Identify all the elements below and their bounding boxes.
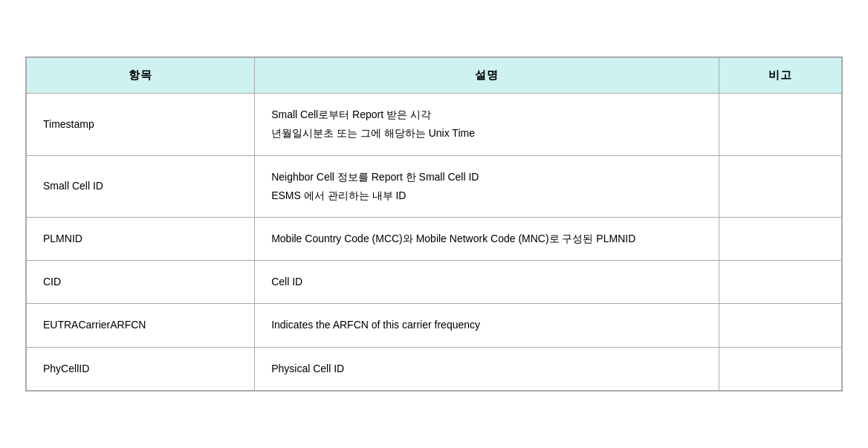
item-cell: EUTRACarrierARFCN <box>27 304 255 347</box>
note-cell <box>719 347 842 390</box>
data-table: 항목 설명 비고 TimestampSmall Cell로부터 Report 받… <box>25 56 843 392</box>
item-cell: Timestamp <box>27 94 255 155</box>
header-description: 설명 <box>255 58 719 94</box>
header-item: 항목 <box>27 58 255 94</box>
note-cell <box>719 218 842 261</box>
table-row: EUTRACarrierARFCNIndicates the ARFCN of … <box>27 304 842 347</box>
item-cell: PhyCellID <box>27 347 255 390</box>
description-cell: Indicates the ARFCN of this carrier freq… <box>255 304 719 347</box>
note-cell <box>719 261 842 304</box>
note-cell <box>719 304 842 347</box>
table-row: TimestampSmall Cell로부터 Report 받은 시각년월일시분… <box>27 94 842 155</box>
description-cell: Mobile Country Code (MCC)와 Mobile Networ… <box>255 218 719 261</box>
description-cell: Small Cell로부터 Report 받은 시각년월일시분초 또는 그에 해… <box>255 94 719 155</box>
note-cell <box>719 94 842 155</box>
item-cell: CID <box>27 261 255 304</box>
description-cell: Cell ID <box>255 261 719 304</box>
table-row: CIDCell ID <box>27 261 842 304</box>
table-row: PLMNIDMobile Country Code (MCC)와 Mobile … <box>27 218 842 261</box>
description-cell: Physical Cell ID <box>255 347 719 390</box>
item-cell: Small Cell ID <box>27 155 255 217</box>
header-note: 비고 <box>719 58 842 94</box>
table-row: PhyCellIDPhysical Cell ID <box>27 347 842 390</box>
description-cell: Neighbor Cell 정보를 Report 한 Small Cell ID… <box>255 155 719 217</box>
item-cell: PLMNID <box>27 218 255 261</box>
note-cell <box>719 155 842 217</box>
table-row: Small Cell IDNeighbor Cell 정보를 Report 한 … <box>27 155 842 217</box>
